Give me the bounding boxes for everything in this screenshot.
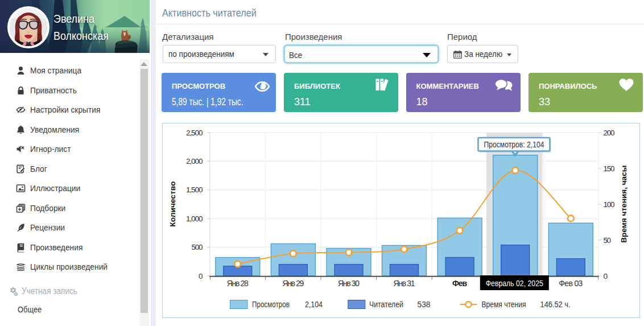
- svg-text:Фев 03: Фев 03: [559, 279, 583, 288]
- svg-text:50: 50: [604, 236, 612, 245]
- svg-text:146.52 ч.: 146.52 ч.: [540, 300, 571, 309]
- svg-text:Время чтения, часы: Время чтения, часы: [620, 166, 628, 243]
- svg-text:Просмотров: Просмотров: [252, 300, 290, 309]
- svg-text:0: 0: [604, 272, 608, 280]
- svg-text:Янв 30: Янв 30: [338, 279, 360, 288]
- svg-text:Просмотров: 2,104: Просмотров: 2,104: [484, 140, 544, 149]
- svg-text:Янв 28: Янв 28: [227, 279, 249, 288]
- svg-text:0: 0: [199, 272, 203, 280]
- svg-text:2,104: 2,104: [305, 300, 323, 309]
- svg-text:Февраль 02, 2025: Февраль 02, 2025: [486, 279, 543, 288]
- svg-text:1,000: 1,000: [186, 214, 203, 223]
- svg-text:Количество: Количество: [168, 181, 177, 227]
- svg-text:2,500: 2,500: [186, 129, 203, 137]
- svg-text:2,000: 2,000: [186, 157, 203, 166]
- svg-text:100: 100: [604, 200, 615, 209]
- svg-text:1,500: 1,500: [186, 185, 203, 194]
- svg-text:Янв 31: Янв 31: [394, 279, 415, 288]
- svg-text:Янв 29: Янв 29: [282, 279, 304, 288]
- svg-text:Время чтения: Время чтения: [482, 300, 526, 309]
- svg-text:538: 538: [418, 300, 431, 309]
- svg-text:150: 150: [604, 164, 615, 173]
- svg-text:Фев: Фев: [452, 279, 467, 288]
- svg-text:500: 500: [192, 243, 203, 251]
- svg-text:200: 200: [604, 129, 615, 137]
- svg-text:Читателей: Читателей: [369, 300, 403, 309]
